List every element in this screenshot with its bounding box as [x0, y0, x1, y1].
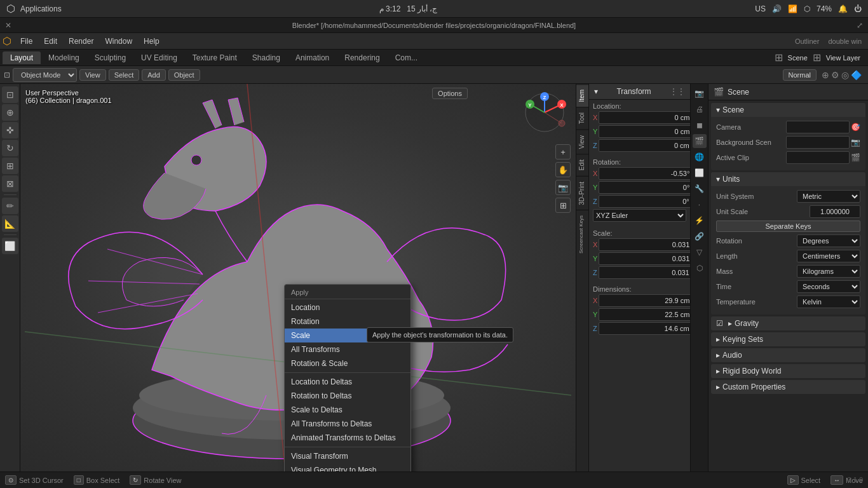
- mass-select[interactable]: Kilograms: [797, 265, 860, 278]
- camera-eyedrop-icon[interactable]: 🎯: [851, 123, 860, 132]
- side-tab-item[interactable]: Item: [576, 84, 588, 107]
- dim-y-input[interactable]: [599, 308, 690, 321]
- scene-selector[interactable]: ⊞: [775, 51, 783, 64]
- scale-x-input[interactable]: [599, 238, 690, 251]
- menu-visual-transform[interactable]: Visual Transform: [285, 449, 410, 463]
- zoom-plus-btn[interactable]: +: [555, 144, 571, 159]
- grid-btn[interactable]: ⊞: [555, 198, 571, 213]
- rotation-z-input[interactable]: [599, 195, 690, 208]
- location-z-input[interactable]: [599, 139, 690, 152]
- app-name[interactable]: Applications: [20, 4, 62, 13]
- bg-scene-icon[interactable]: 📷: [851, 138, 860, 147]
- menu-render[interactable]: Render: [64, 36, 98, 47]
- camera-btn[interactable]: 📷: [555, 180, 571, 195]
- view-layer-selector[interactable]: ⊞: [813, 51, 821, 64]
- side-tab-edit[interactable]: Edit: [576, 154, 588, 175]
- gravity-section-header[interactable]: ☑ ▸ Gravity: [711, 316, 865, 330]
- object-mode-select[interactable]: Object Mode: [13, 68, 77, 82]
- unit-scale-input[interactable]: [810, 205, 860, 218]
- physics-props-icon[interactable]: ⚡: [693, 214, 707, 227]
- menu-all-transforms[interactable]: All Transforms: [285, 342, 410, 356]
- menu-location[interactable]: Location: [285, 301, 410, 315]
- rotation-y-input[interactable]: [599, 181, 690, 194]
- menu-visual-geometry[interactable]: Visual Geometry to Mesh: [285, 463, 410, 471]
- material-props-icon[interactable]: ⬡: [693, 261, 707, 275]
- scale-tool[interactable]: ⊞: [2, 158, 18, 174]
- keying-sets-header[interactable]: ▸ Keying Sets: [711, 332, 865, 346]
- select-menu[interactable]: Select: [109, 69, 140, 81]
- object-props-icon[interactable]: ⬜: [693, 166, 707, 180]
- scale-y-input[interactable]: [599, 252, 690, 265]
- add-menu[interactable]: Add: [142, 69, 166, 81]
- hand-pan-btn[interactable]: ✋: [555, 162, 571, 177]
- object-menu[interactable]: Object: [168, 69, 200, 81]
- active-clip-input[interactable]: [786, 151, 850, 164]
- dim-z-input[interactable]: [599, 322, 690, 335]
- time-select[interactable]: Seconds: [797, 280, 860, 293]
- transform-collapse-icon[interactable]: ▾: [594, 87, 598, 96]
- side-tab-screencast[interactable]: Screencast Keys: [576, 210, 588, 259]
- measure-tool[interactable]: 📐: [2, 215, 18, 232]
- viewport-shading-icons[interactable]: ◎: [841, 70, 849, 80]
- tab-texture-paint[interactable]: Texture Paint: [185, 51, 245, 64]
- data-props-icon[interactable]: ▽: [693, 245, 707, 259]
- particles-props-icon[interactable]: ·: [693, 198, 707, 212]
- menu-edit[interactable]: Edit: [39, 36, 62, 47]
- separate-keys-btn[interactable]: Separate Keys: [716, 220, 860, 232]
- annotate-tool[interactable]: ✏: [2, 198, 18, 214]
- custom-props-header[interactable]: ▸ Custom Properties: [711, 380, 865, 394]
- viewport-3d[interactable]: User Perspective (66) Collection | drago…: [20, 84, 576, 471]
- rotation-units-select[interactable]: Degrees: [797, 234, 860, 247]
- modifier-props-icon[interactable]: 🔧: [693, 182, 707, 196]
- side-tab-tool[interactable]: Tool: [576, 107, 588, 129]
- tab-compositing[interactable]: Com...: [388, 51, 425, 64]
- tab-layout[interactable]: Layout: [3, 51, 41, 64]
- menu-rotation[interactable]: Rotation: [285, 315, 410, 329]
- menu-rotation-deltas[interactable]: Rotation to Deltas: [285, 389, 410, 403]
- output-props-icon[interactable]: 🖨: [693, 102, 707, 116]
- tab-uv-editing[interactable]: UV Editing: [133, 51, 185, 64]
- overlays-toggle[interactable]: ⊕: [822, 70, 829, 80]
- location-y-input[interactable]: [599, 125, 690, 138]
- menu-file[interactable]: File: [15, 36, 37, 47]
- menu-rotation-scale[interactable]: Rotation & Scale: [285, 356, 410, 370]
- view-layer-props-icon[interactable]: ◼: [693, 118, 707, 132]
- navigation-gizmo[interactable]: Z X Y: [522, 90, 567, 137]
- render-mode-icons[interactable]: 🔷: [851, 70, 862, 80]
- menu-help[interactable]: Help: [139, 36, 165, 47]
- active-clip-icon[interactable]: 🎬: [851, 153, 860, 162]
- length-select[interactable]: Centimeters: [797, 250, 860, 262]
- side-tab-3dprint[interactable]: 3D-Print: [576, 176, 588, 210]
- scene-section-header[interactable]: ▾ Scene: [711, 103, 865, 117]
- side-tab-view[interactable]: View: [576, 130, 588, 154]
- move-tool[interactable]: ✜: [2, 122, 18, 139]
- tab-modeling[interactable]: Modeling: [41, 51, 87, 64]
- rotation-x-input[interactable]: [599, 167, 690, 180]
- temperature-select[interactable]: Kelvin: [797, 295, 860, 308]
- window-close[interactable]: ✕: [5, 21, 11, 30]
- transform-tool[interactable]: ⊠: [2, 175, 18, 192]
- dim-x-input[interactable]: [599, 294, 690, 307]
- menu-location-deltas[interactable]: Location to Deltas: [285, 375, 410, 389]
- menu-window[interactable]: Window: [100, 36, 137, 47]
- euler-mode-select[interactable]: XYZ Euler: [593, 209, 686, 222]
- transform-menu-icon[interactable]: ⋮⋮: [670, 87, 685, 96]
- tab-shading[interactable]: Shading: [245, 51, 288, 64]
- world-props-icon[interactable]: 🌐: [693, 150, 707, 164]
- audio-section-header[interactable]: ▸ Audio: [711, 348, 865, 362]
- units-section-header[interactable]: ▾ Units: [711, 172, 865, 186]
- menu-scale-deltas[interactable]: Scale to Deltas: [285, 403, 410, 417]
- view-menu[interactable]: View: [79, 69, 106, 81]
- options-button[interactable]: Options: [432, 88, 468, 99]
- cursor-tool[interactable]: ⊕: [2, 104, 18, 121]
- tab-animation[interactable]: Animation: [288, 51, 337, 64]
- menu-animated-deltas[interactable]: Animated Transforms to Deltas: [285, 431, 410, 445]
- bg-scene-input[interactable]: [786, 136, 850, 149]
- viewport-shading-normal[interactable]: Normal: [783, 69, 817, 81]
- double-win-label[interactable]: double win: [824, 37, 865, 45]
- gravity-checkbox[interactable]: ☑: [716, 319, 723, 328]
- scene-props-icon active[interactable]: 🎬: [693, 134, 707, 148]
- add-cube-tool[interactable]: ⬜: [2, 238, 18, 254]
- render-props-icon[interactable]: 📷: [693, 86, 707, 100]
- tab-rendering[interactable]: Rendering: [337, 51, 387, 64]
